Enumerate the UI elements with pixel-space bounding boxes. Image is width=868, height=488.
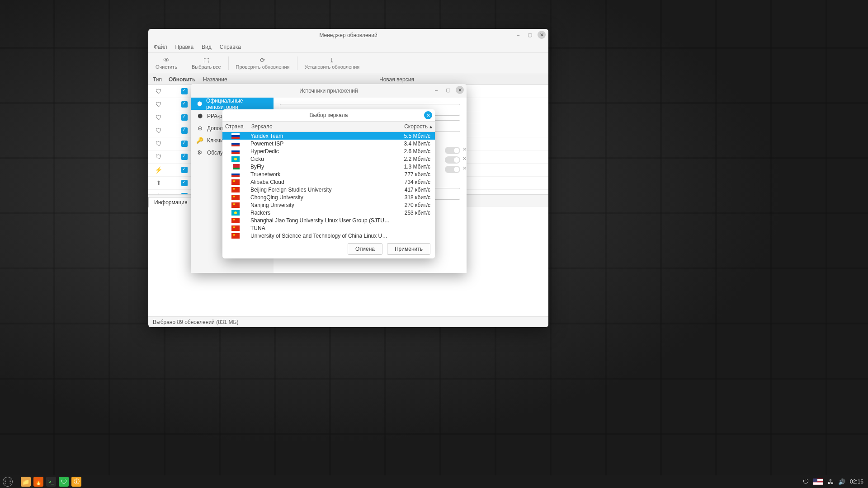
taskbar-files-icon[interactable]: 📁	[21, 477, 31, 487]
mirror-speed: 5.5 Мбит/с	[390, 133, 435, 139]
mirror-speed: 2.2 Мбит/с	[390, 156, 435, 162]
update-checkbox[interactable]	[181, 180, 188, 186]
mirror-row[interactable]: ByFly1.3 Мбит/с	[222, 163, 435, 170]
update-checkbox[interactable]	[181, 167, 188, 173]
toggle-1[interactable]: ✕	[445, 147, 460, 154]
menu-view[interactable]: Вид	[202, 44, 212, 50]
cancel-button[interactable]: Отмена	[348, 243, 382, 255]
col-name[interactable]: Название	[200, 76, 377, 83]
type-icon: ⬆	[148, 179, 169, 187]
mirror-list[interactable]: Yandex Team5.5 Мбит/сPowernet ISP3.4 Мби…	[222, 132, 435, 239]
col-country[interactable]: Страна	[222, 122, 249, 131]
sidebar-icon: ⬢	[196, 100, 203, 107]
mirror-speed: 1.3 Мбит/с	[390, 164, 435, 170]
mirror-row[interactable]: Cicku2.2 Мбит/с	[222, 155, 435, 163]
type-icon: 🛡	[148, 140, 169, 147]
mirror-row[interactable]: ChongQing University318 кбит/с	[222, 193, 435, 201]
mirror-speed: 253 кбит/с	[390, 210, 435, 216]
mirror-row[interactable]: TUNA	[222, 224, 435, 232]
update-checkbox[interactable]	[181, 127, 188, 134]
tray-shield-icon[interactable]: 🛡	[803, 479, 809, 485]
mirror-speed: 777 кбит/с	[390, 171, 435, 178]
sidebar-icon: 🔑	[196, 137, 203, 144]
flag-icon	[231, 187, 240, 192]
taskbar-updater-icon[interactable]: ⓘ	[71, 477, 81, 487]
mirror-row[interactable]: Shanghai Jiao Tong University Linux User…	[222, 216, 435, 224]
window-title: Менеджер обновлений	[319, 32, 377, 38]
mirror-row[interactable]: University of Science and Technology of …	[222, 232, 435, 239]
mirror-speed: 270 кбит/с	[390, 202, 435, 208]
mirror-name: ChongQing University	[249, 194, 390, 201]
close-button[interactable]: ✕	[456, 86, 464, 94]
update-checkbox[interactable]	[181, 88, 188, 94]
menu-edit[interactable]: Правка	[175, 44, 194, 50]
mirror-row[interactable]: Rackers253 кбит/с	[222, 209, 435, 216]
toolbar-clear[interactable]: 👁Очистить	[148, 53, 184, 74]
tab-info[interactable]: Информация	[148, 197, 193, 207]
maximize-button[interactable]: ▢	[444, 86, 452, 94]
sort-asc-icon: ▴	[429, 123, 432, 130]
menu-file[interactable]: Файл	[154, 44, 167, 50]
titlebar[interactable]: Менеджер обновлений – ▢ ✕	[148, 29, 548, 42]
mirror-row[interactable]: Truenetwork777 кбит/с	[222, 170, 435, 178]
mirror-row[interactable]: Beijing Foreign Studies University417 кб…	[222, 186, 435, 193]
flag-icon	[231, 218, 240, 223]
minimize-button[interactable]: –	[514, 31, 522, 39]
flag-icon	[231, 172, 240, 177]
volume-icon[interactable]: 🔊	[838, 479, 845, 485]
sidebar-icon: ⊕	[196, 125, 203, 131]
flag-icon	[231, 149, 240, 154]
toolbar-refresh[interactable]: ⟳Проверить обновления	[229, 53, 297, 74]
mirror-row[interactable]: HyperDedic2.6 Мбит/с	[222, 147, 435, 155]
mirror-name: Beijing Foreign Studies University	[249, 187, 390, 193]
apply-button[interactable]: Применить	[387, 243, 430, 255]
type-icon: 🛡	[148, 88, 169, 95]
keyboard-layout-icon[interactable]	[813, 479, 823, 485]
close-button[interactable]: ✕	[538, 31, 546, 39]
taskbar-terminal-icon[interactable]: >_	[46, 477, 56, 487]
sidebar-icon: ⚙	[196, 149, 203, 156]
sidebar-item[interactable]: ⬢Официальные репозитории	[191, 98, 274, 110]
mirror-row[interactable]: Alibaba Cloud734 кбит/с	[222, 178, 435, 186]
mirror-speed: 3.4 Мбит/с	[390, 141, 435, 147]
update-checkbox[interactable]	[181, 114, 188, 121]
taskbar-shield-icon[interactable]: 🛡	[59, 477, 69, 487]
toolbar-install[interactable]: ⤓Установить обновления	[297, 53, 367, 74]
update-checkbox[interactable]	[181, 141, 188, 147]
col-version[interactable]: Новая версия	[377, 76, 548, 83]
start-menu-button[interactable]: ⋮⋮	[3, 477, 13, 487]
type-icon: 🛡	[148, 127, 169, 134]
mirror-row[interactable]: Nanjing University270 кбит/с	[222, 201, 435, 209]
toolbar: 👁Очистить ⬚Выбрать всё ⟳Проверить обновл…	[148, 52, 548, 74]
close-button[interactable]: ✕	[424, 111, 432, 119]
network-icon[interactable]: 🖧	[828, 479, 834, 485]
toggle-3[interactable]: ✕	[445, 166, 460, 173]
col-type[interactable]: Тип	[148, 76, 169, 83]
clock[interactable]: 02:16	[850, 479, 863, 485]
flag-icon	[231, 156, 240, 162]
col-update[interactable]: Обновить	[169, 76, 200, 83]
update-checkbox[interactable]	[181, 193, 188, 194]
col-mirror[interactable]: Зеркало	[249, 122, 390, 131]
minimize-button[interactable]: –	[432, 86, 440, 94]
mirror-row[interactable]: Powernet ISP3.4 Мбит/с	[222, 140, 435, 147]
update-checkbox[interactable]	[181, 101, 188, 108]
flag-icon	[231, 202, 240, 208]
toggle-2[interactable]: ✕	[445, 156, 460, 164]
titlebar[interactable]: Выбор зеркала ✕	[222, 109, 435, 121]
flag-icon	[231, 233, 240, 239]
col-speed[interactable]: Скорость▴	[390, 122, 435, 131]
flag-icon	[231, 141, 240, 146]
mirror-name: Nanjing University	[249, 202, 390, 208]
menu-help[interactable]: Справка	[220, 44, 241, 50]
update-checkbox[interactable]	[181, 154, 188, 160]
maximize-button[interactable]: ▢	[526, 31, 534, 39]
flag-icon	[231, 179, 240, 185]
download-icon: ⤓	[329, 57, 335, 63]
mirror-name: Yandex Team	[249, 133, 390, 139]
toolbar-select-all[interactable]: ⬚Выбрать всё	[184, 53, 228, 74]
titlebar[interactable]: Источники приложений – ▢ ✕	[191, 84, 467, 98]
taskbar-firefox-icon[interactable]: 🔥	[33, 477, 43, 487]
mirror-row[interactable]: Yandex Team5.5 Мбит/с	[222, 132, 435, 140]
mirror-name: ByFly	[249, 164, 390, 170]
